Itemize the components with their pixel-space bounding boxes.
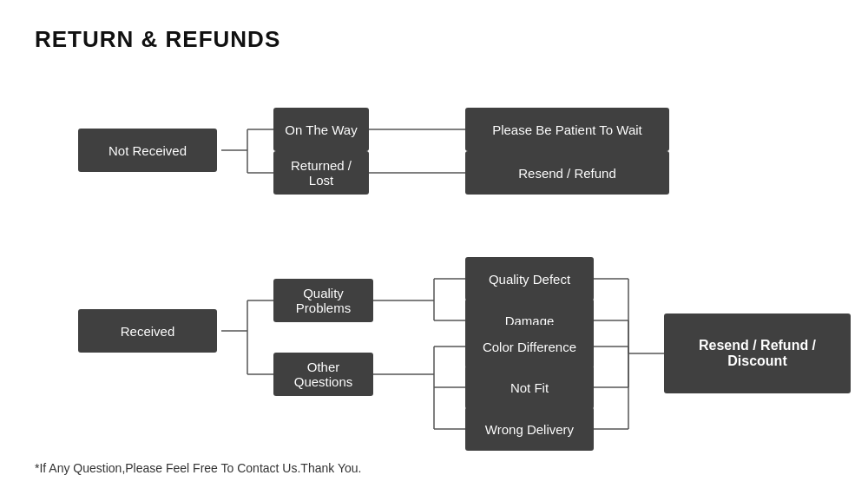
color-difference-node: Color Difference (465, 325, 594, 368)
resend-refund-discount-node: Resend / Refund / Discount (664, 314, 851, 393)
resend-refund-node: Resend / Refund (465, 151, 669, 195)
wrong-delivery-node: Wrong Delivery (465, 407, 594, 451)
page-title: RETURN & REFUNDS (35, 26, 833, 53)
received-node: Received (78, 309, 217, 353)
not-fit-node: Not Fit (465, 366, 594, 409)
not-received-node: Not Received (78, 129, 217, 172)
other-questions-node: Other Questions (273, 353, 373, 396)
on-the-way-node: On The Way (273, 108, 369, 151)
quality-problems-node: Quality Problems (273, 279, 373, 322)
diagram: Not Received On The Way Returned / Lost … (35, 79, 833, 452)
please-be-patient-node: Please Be Patient To Wait (465, 108, 669, 151)
quality-defect-node: Quality Defect (465, 257, 594, 300)
page: RETURN & REFUNDS (0, 0, 868, 495)
footer-note: *If Any Question,Please Feel Free To Con… (35, 461, 833, 475)
returned-lost-node: Returned / Lost (273, 151, 369, 195)
